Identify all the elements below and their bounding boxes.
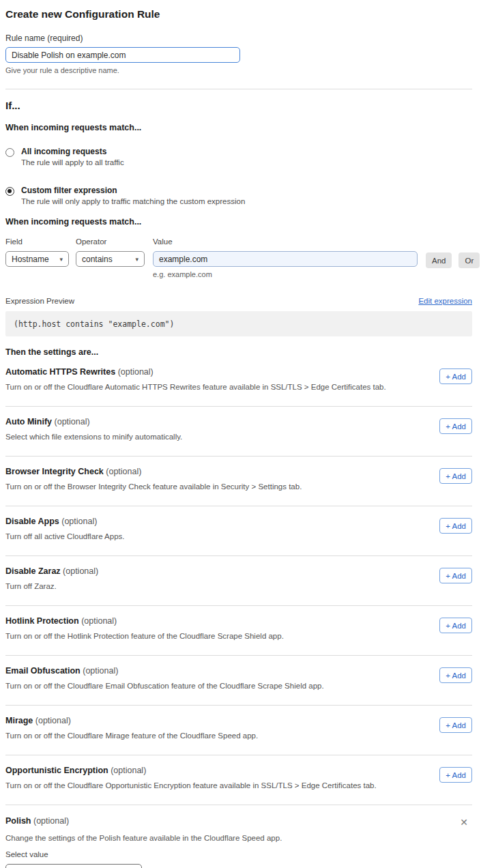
setting-row-mirage: Mirage (optional) Turn on or off the Clo… [5, 706, 472, 755]
operator-select-value: contains [82, 255, 113, 264]
add-button[interactable]: + Add [439, 368, 472, 384]
settings-heading: Then the settings are... [5, 347, 472, 357]
add-button[interactable]: + Add [439, 518, 472, 534]
add-button[interactable]: + Add [439, 468, 472, 484]
and-button[interactable]: And [426, 252, 452, 268]
add-button[interactable]: + Add [439, 667, 472, 683]
setting-row-email-obfuscation: Email Obfuscation (optional) Turn on or … [5, 656, 472, 706]
setting-description: Turn off all active Cloudflare Apps. [5, 532, 125, 540]
setting-description: Turn on or off the Cloudflare Opportunis… [5, 781, 377, 790]
setting-row-disable-zaraz: Disable Zaraz (optional) Turn off Zaraz.… [5, 556, 472, 606]
setting-title: Opportunistic Encryption (optional) [5, 766, 377, 775]
setting-title: Email Obfuscation (optional) [5, 666, 324, 676]
setting-description: Turn on or off the Cloudflare Email Obfu… [5, 682, 324, 690]
setting-description: Turn on or off the Hotlink Protection fe… [5, 632, 284, 640]
expression-builder-row: Field Hostname ▾ Operator contains ▾ Val… [5, 237, 472, 278]
setting-description: Select which file extensions to minify a… [5, 433, 182, 441]
field-label: Field [5, 237, 76, 246]
value-help: e.g. example.com [153, 270, 418, 278]
operator-select[interactable]: contains ▾ [76, 251, 145, 267]
radio-custom-filter-expression[interactable]: Custom filter expression The rule will o… [5, 186, 472, 205]
setting-description: Turn on or off the Cloudflare Mirage fea… [5, 732, 258, 740]
setting-description: Turn on or off the Browser Integrity Che… [5, 482, 302, 491]
operator-label: Operator [76, 237, 145, 246]
matcher-heading: When incoming requests match... [5, 217, 472, 227]
section-divider [5, 89, 472, 89]
chevron-down-icon: ▾ [135, 256, 139, 263]
rule-name-help: Give your rule a descriptive name. [5, 66, 472, 74]
setting-description: Turn on or off the Cloudflare Automatic … [5, 383, 386, 391]
chevron-down-icon: ▾ [59, 256, 63, 263]
close-icon[interactable]: ✕ [457, 816, 471, 828]
setting-row-polish-expanded: Polish (optional) ✕ Change the settings … [5, 805, 472, 868]
polish-value-select[interactable]: Off ▾ [5, 864, 142, 868]
setting-title: Disable Zaraz (optional) [5, 566, 98, 576]
add-button[interactable]: + Add [439, 418, 472, 434]
incoming-requests-subheading: When incoming requests match... [5, 123, 472, 132]
field-select[interactable]: Hostname ▾ [5, 251, 69, 267]
setting-title: Mirage (optional) [5, 716, 258, 725]
radio-label: All incoming requests [21, 147, 124, 156]
add-button[interactable]: + Add [439, 767, 472, 783]
setting-row-hotlink-protection: Hotlink Protection (optional) Turn on or… [5, 606, 472, 656]
edit-expression-link[interactable]: Edit expression [418, 297, 472, 305]
setting-row-disable-apps: Disable Apps (optional) Turn off all act… [5, 506, 472, 556]
radio-description: The rule will apply to all traffic [21, 158, 124, 167]
expression-preview-label: Expression Preview [5, 297, 74, 305]
add-button[interactable]: + Add [439, 618, 472, 633]
expression-text: (http.host contains "example.com") [14, 319, 174, 329]
setting-title: Polish (optional) [5, 816, 69, 828]
field-select-value: Hostname [12, 255, 49, 264]
rule-name-input[interactable] [5, 47, 240, 63]
radio-button-icon[interactable] [5, 187, 14, 196]
add-button[interactable]: + Add [439, 717, 472, 733]
setting-row-auto-minify: Auto Minify (optional) Select which file… [5, 407, 472, 457]
radio-description: The rule will only apply to traffic matc… [21, 197, 245, 205]
or-button[interactable]: Or [458, 252, 480, 268]
setting-title: Auto Minify (optional) [5, 417, 182, 426]
setting-title: Browser Integrity Check (optional) [5, 467, 302, 476]
if-heading: If... [5, 100, 472, 111]
setting-description: Turn off Zaraz. [5, 582, 98, 590]
radio-label: Custom filter expression [21, 186, 245, 195]
radio-button-icon[interactable] [5, 148, 14, 157]
setting-title: Automatic HTTPS Rewrites (optional) [5, 367, 386, 377]
select-value-label: Select value [5, 850, 472, 858]
value-input[interactable] [153, 251, 418, 267]
setting-row-browser-integrity-check: Browser Integrity Check (optional) Turn … [5, 457, 472, 506]
radio-all-incoming-requests[interactable]: All incoming requests The rule will appl… [5, 147, 472, 167]
page-title: Create new Configuration Rule [5, 8, 472, 20]
value-label: Value [153, 237, 418, 246]
setting-description: Change the settings of the Polish featur… [5, 834, 472, 842]
setting-row-automatic-https-rewrites: Automatic HTTPS Rewrites (optional) Turn… [5, 357, 472, 407]
expression-preview-box: (http.host contains "example.com") [5, 311, 472, 336]
rule-name-label: Rule name (required) [5, 33, 472, 43]
configuration-rule-form: Create new Configuration Rule Rule name … [0, 0, 481, 868]
setting-row-opportunistic-encryption: Opportunistic Encryption (optional) Turn… [5, 755, 472, 805]
setting-title: Disable Apps (optional) [5, 517, 125, 526]
setting-title: Hotlink Protection (optional) [5, 616, 284, 626]
add-button[interactable]: + Add [439, 568, 472, 583]
